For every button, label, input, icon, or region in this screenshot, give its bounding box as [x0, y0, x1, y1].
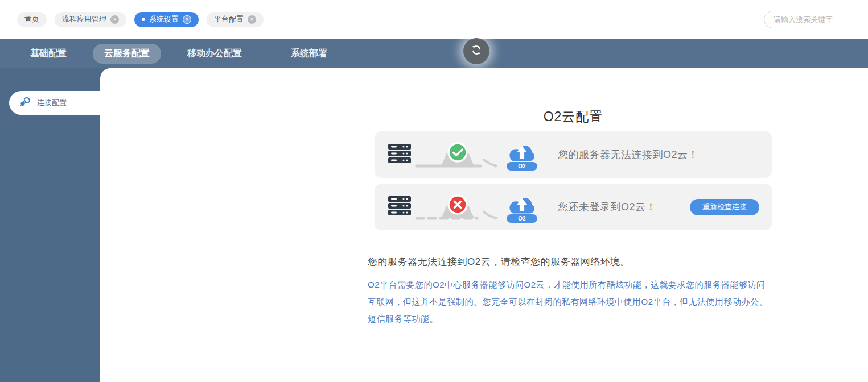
- tab-label: 流程应用管理: [62, 14, 106, 24]
- result-heading: 您的服务器无法连接到O2云，请检查您的服务器网络环境。: [368, 255, 774, 268]
- o2-cloud-icon: O2: [505, 139, 538, 171]
- config-nav-bar: 基础配置 云服务配置 移动办公配置 系统部署: [0, 39, 868, 68]
- sidebar-item-label: 连接配置: [37, 98, 67, 108]
- tab-process-app-management[interactable]: 流程应用管理 ✕: [55, 12, 126, 27]
- result-description: O2平台需要您的O2中心服务器能够访问O2云，才能使用所有酷炫功能，这就要求您的…: [368, 276, 774, 327]
- close-icon[interactable]: ✕: [183, 15, 191, 24]
- nav-system-deploy[interactable]: 系统部署: [279, 44, 339, 64]
- search-area: [764, 11, 868, 28]
- refresh-icon: [470, 43, 483, 59]
- tab-system-settings[interactable]: 系统设置 ✕: [134, 12, 199, 27]
- server-icon: [387, 141, 412, 168]
- status-message: 您还未登录到O2云！: [558, 200, 656, 214]
- tab-platform-config[interactable]: 平台配置 ✕: [207, 12, 264, 27]
- nav-cloud-service-config[interactable]: 云服务配置: [93, 44, 161, 64]
- tab-label: 系统设置: [149, 14, 179, 24]
- o2-cloud-icon: O2: [505, 192, 538, 223]
- page: 首页 流程应用管理 ✕ 系统设置 ✕ 平台配置 ✕ 基础配置 云服务配置 移动办…: [0, 0, 868, 382]
- status-message: 您的服务器无法连接到O2云！: [558, 148, 698, 161]
- nav-mobile-office-config[interactable]: 移动办公配置: [176, 44, 253, 64]
- close-icon[interactable]: ✕: [110, 15, 119, 24]
- main-area: 连接配置 O2云配置: [0, 68, 868, 382]
- recheck-connection-button[interactable]: 重新检查连接: [690, 199, 759, 215]
- active-dot-icon: [142, 18, 145, 21]
- tab-label: 首页: [24, 14, 39, 24]
- connection-graphic: O2: [387, 189, 538, 225]
- link-success-icon: [412, 137, 503, 172]
- sidebar-item-connection-config[interactable]: 连接配置: [9, 91, 101, 115]
- nav-basic-config[interactable]: 基础配置: [19, 44, 78, 64]
- search-input[interactable]: [764, 11, 868, 28]
- tab-home[interactable]: 首页: [17, 12, 47, 27]
- login-status-card: O2 您还未登录到O2云！ 重新检查连接: [375, 184, 772, 230]
- tab-label: 平台配置: [214, 14, 244, 24]
- content-panel: O2云配置: [100, 68, 868, 382]
- connection-status-card: O2 您的服务器无法连接到O2云！: [375, 131, 772, 178]
- plug-icon: [19, 96, 31, 110]
- page-title: O2云配置: [375, 108, 772, 126]
- o2-cloud-label: O2: [507, 162, 537, 171]
- refresh-button[interactable]: [463, 38, 489, 64]
- top-tab-bar: 首页 流程应用管理 ✕ 系统设置 ✕ 平台配置 ✕: [0, 0, 868, 39]
- connection-graphic: O2: [387, 137, 538, 172]
- close-icon[interactable]: ✕: [248, 15, 256, 24]
- link-error-icon: [412, 189, 503, 225]
- server-icon: [387, 193, 412, 221]
- o2-cloud-label: O2: [507, 214, 537, 223]
